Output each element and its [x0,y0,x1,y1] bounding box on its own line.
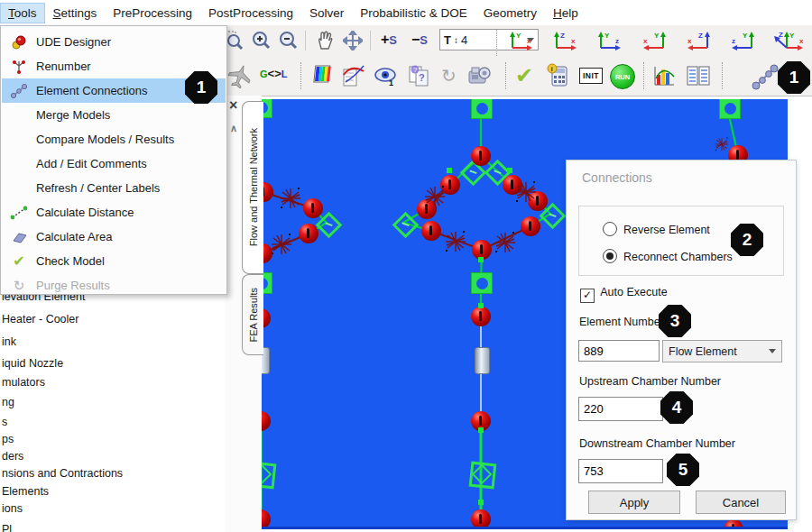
menu-settings[interactable]: Settings [45,3,106,23]
cancel-button[interactable]: Cancel [696,491,786,514]
flow-element-node[interactable] [471,272,493,294]
zoom-in-icon[interactable] [251,31,271,50]
svg-text:x: x [527,37,531,45]
menu-preprocessing[interactable]: PreProcessing [105,3,200,23]
element-type-dropdown[interactable]: Flow Element [662,340,782,362]
svg-text:z: z [732,37,735,45]
snapshot-icon[interactable] [467,64,493,87]
view-zx-button[interactable]: Zx [548,30,584,51]
menu-geometry[interactable]: Geometry [475,3,545,23]
menu-help[interactable]: Help [545,3,586,23]
list-item[interactable]: ps [2,433,14,445]
global-local-toggle-icon[interactable]: G<>L [260,67,287,80]
menu-item-refresh-center-labels[interactable]: Refresh / Center Labels [2,176,226,200]
tab-flow-thermal-network[interactable]: Flow and Thermal Network [242,101,263,274]
connector-nub [478,257,484,262]
pipe-element-node[interactable] [475,347,490,374]
connector-nub [478,303,484,308]
list-item[interactable]: Pl [2,523,12,532]
upstream-chamber-input[interactable] [578,397,663,421]
menu-tools[interactable]: Tools [0,3,45,23]
chamber-node[interactable] [471,509,491,529]
toolbar-separator [370,31,371,50]
svg-text:i: i [551,65,553,73]
list-item[interactable]: ions [2,502,23,515]
check-model-icon[interactable]: ✔ [515,63,533,88]
menu-solver[interactable]: Solver [301,3,352,23]
chamber-node[interactable] [299,224,318,243]
pan-hand-icon[interactable] [314,30,336,51]
list-item[interactable]: ders [2,450,23,463]
list-item[interactable]: s [2,416,7,428]
menu-item-ude-designer[interactable]: UDE Designer [2,30,226,54]
list-item[interactable]: mulators [2,376,45,389]
view-zy-button[interactable]: Yz [724,30,761,51]
query-results-icon[interactable]: ?? [408,64,431,87]
list-item[interactable]: Elements [2,485,49,498]
toolbar-separator [505,62,506,89]
result-label-cluster [280,188,301,209]
svg-text:?: ? [419,72,425,83]
auto-execute-checkbox[interactable]: ✓ Auto Execute [580,286,668,303]
radio-selected-icon[interactable] [603,249,617,263]
histogram-icon[interactable] [652,64,676,87]
view-xy-button[interactable]: Yx [636,30,672,51]
flow-element-node[interactable] [469,462,497,490]
list-item[interactable]: Heater - Cooler [2,313,78,326]
flow-element-node[interactable] [262,462,276,490]
menu-item-calculate-distance[interactable]: Calculate Distance [2,200,226,225]
menu-item-calculate-area[interactable]: Calculate Area [2,225,226,249]
increase-symbol-size-button[interactable]: +S [381,32,397,48]
view-yx-button[interactable]: Yx [503,30,540,51]
zoom-out-icon[interactable] [278,31,298,50]
menu-item-check-model[interactable]: ✔ Check Model [2,249,226,273]
aircraft-mode-icon[interactable] [226,63,254,88]
list-item[interactable]: iquid Nozzle [2,357,63,370]
decrease-symbol-size-button[interactable]: −S [411,32,428,48]
view-isometric-button[interactable]: YZx [769,30,808,51]
step-badge-3: 3 [659,305,691,337]
run-button[interactable]: RUN [610,64,635,89]
element-connections-icon[interactable] [752,63,779,90]
pin-panel-icon[interactable]: ∧ [230,123,237,134]
chamber-node[interactable] [521,216,540,236]
element-number-input[interactable] [578,340,660,362]
flow-element-node[interactable] [719,99,741,119]
apply-button[interactable]: Apply [588,491,680,514]
tab-fea-results[interactable]: FEA Results [242,274,263,355]
connector-nub [478,500,484,505]
contour-legend-icon[interactable] [313,64,335,87]
radio-icon[interactable] [603,222,617,236]
refresh-results-icon[interactable]: ↻ [441,65,457,87]
report-table-icon[interactable] [686,64,711,87]
view-yz-button[interactable]: Yz [592,30,628,51]
results-graph-icon[interactable] [342,64,365,87]
radio-reverse-element[interactable]: Reverse Element [603,222,710,236]
flow-element-node[interactable] [471,99,493,119]
step-badge-2: 2 [731,224,763,256]
view-result-1-icon[interactable]: 1 [374,67,399,87]
checkbox-checked-icon[interactable]: ✓ [580,289,595,303]
updown-icon: ↕ [454,35,458,45]
menu-item-merge-models[interactable]: Merge Models [2,103,226,127]
chamber-node[interactable] [471,146,491,166]
menu-probabilistic-doe[interactable]: Probabilistic & DOE [352,3,475,23]
view-xz-button[interactable]: Zx [680,30,716,51]
svg-text:Y: Y [743,32,748,40]
menu-item-compare-models[interactable]: Compare Models / Results [2,127,226,151]
chamber-node[interactable] [471,307,491,326]
move-cross-icon[interactable] [343,31,363,50]
chamber-node[interactable] [303,198,323,218]
close-panel-icon[interactable]: × [229,97,237,114]
list-item[interactable]: ng [2,396,14,408]
menu-postprocessing[interactable]: PostProcessing [200,3,301,23]
calculator-icon[interactable]: i [547,63,570,88]
list-item[interactable]: nsions and Contractions [2,467,123,480]
dialog-title: Connections [582,170,652,185]
chamber-node[interactable] [421,221,441,241]
radio-reconnect-chambers[interactable]: Reconnect Chambers [603,249,733,263]
list-item[interactable]: ink [2,335,16,348]
downstream-chamber-input[interactable] [578,459,663,483]
init-button[interactable]: INIT [579,68,603,84]
menu-item-add-edit-comments[interactable]: Add / Edit Comments [2,151,226,176]
